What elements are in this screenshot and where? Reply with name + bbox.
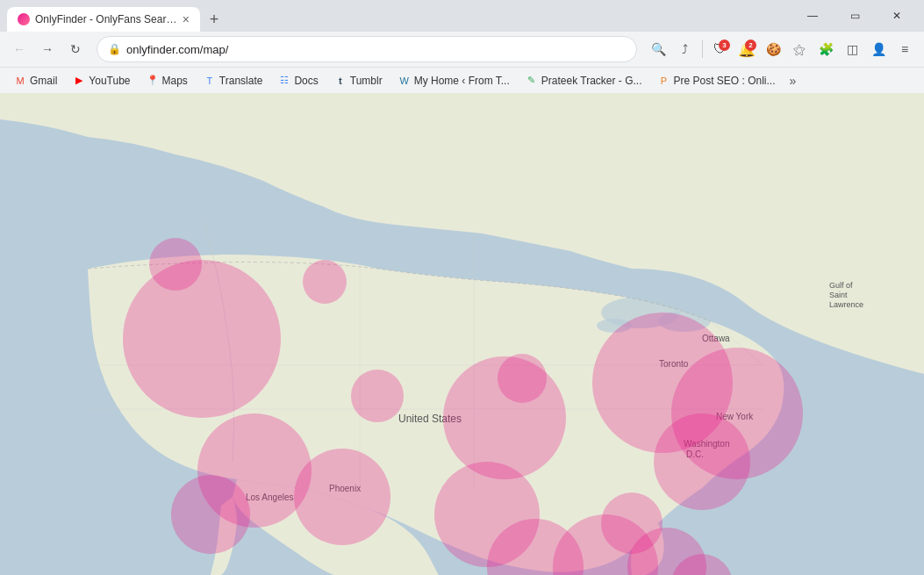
- lock-icon: 🔒: [108, 43, 121, 55]
- bookmark-tumblr-label: Tumblr: [350, 75, 383, 87]
- bookmark-prateek-label: Prateek Tracker - G...: [541, 75, 642, 87]
- bookmark-wordpress[interactable]: W My Home ‹ From T...: [391, 72, 517, 90]
- bookmark-youtube[interactable]: ▶ YouTube: [66, 72, 137, 90]
- youtube-icon: ▶: [73, 75, 85, 87]
- alert-icon[interactable]: 🔔 2: [734, 37, 759, 61]
- wordpress-icon: W: [398, 75, 411, 87]
- bookmark-tumblr[interactable]: t Tumblr: [327, 72, 390, 90]
- tab-area: OnlyFinder - OnlyFans Search Eng × +: [7, 0, 792, 32]
- prateek-icon: ✎: [526, 75, 538, 87]
- bookmark-docs-label: Docs: [294, 75, 318, 87]
- map-container[interactable]: United States Gulf of Mexico Mexico Mexi…: [0, 93, 924, 575]
- tab-title: OnlyFinder - OnlyFans Search Eng: [35, 13, 177, 25]
- prepost-icon: P: [657, 75, 670, 87]
- extension-icon[interactable]: ⚝: [787, 37, 812, 61]
- tumblr-icon: t: [334, 75, 347, 87]
- bookmark-maps[interactable]: 📍 Maps: [140, 72, 195, 90]
- toolbar: ← → ↻ 🔒 onlyfinder.com/map/ 🔍 ⤴ 🛡 3 🔔 2 …: [0, 32, 924, 67]
- docs-icon: ☷: [278, 75, 290, 87]
- bookmark-translate-label: Translate: [219, 75, 263, 87]
- bookmark-prepost[interactable]: P Pre Post SEO : Onli...: [650, 72, 782, 90]
- cookie-icon[interactable]: 🍪: [761, 37, 785, 61]
- search-icon[interactable]: 🔍: [646, 37, 670, 61]
- bookmark-prepost-label: Pre Post SEO : Onli...: [673, 75, 775, 87]
- split-view-icon[interactable]: ◫: [840, 37, 864, 61]
- bookmark-gmail-label: Gmail: [30, 75, 57, 87]
- menu-icon[interactable]: ≡: [892, 37, 917, 61]
- translate-icon: T: [204, 75, 216, 87]
- cluster-la-small: [171, 475, 250, 554]
- divider: [702, 40, 703, 58]
- address-text: onlyfinder.com/map/: [126, 43, 626, 56]
- window-controls: ― ▭ ✕: [792, 2, 917, 30]
- svg-text:Lawrence: Lawrence: [829, 300, 863, 309]
- maps-icon: 📍: [147, 75, 159, 87]
- active-tab[interactable]: OnlyFinder - OnlyFans Search Eng ×: [7, 7, 200, 32]
- title-bar: OnlyFinder - OnlyFans Search Eng × + ― ▭…: [0, 0, 924, 32]
- restore-button[interactable]: ▭: [834, 2, 875, 30]
- bookmark-docs[interactable]: ☷ Docs: [271, 72, 325, 90]
- more-bookmarks-button[interactable]: »: [784, 71, 802, 90]
- svg-text:Gulf of: Gulf of: [829, 281, 853, 290]
- puzzle-icon[interactable]: 🧩: [813, 37, 838, 61]
- toolbar-icons: 🔍 ⤴ 🛡 3 🔔 2 🍪 ⚝ 🧩 ◫ 👤 ≡: [646, 37, 917, 61]
- new-tab-button[interactable]: +: [202, 7, 226, 32]
- bookmark-gmail[interactable]: M Gmail: [7, 72, 64, 90]
- cluster-la-large: [123, 260, 281, 418]
- bookmarks-bar: M Gmail ▶ YouTube 📍 Maps T Translate ☷ D…: [0, 67, 924, 93]
- cluster-phoenix: [294, 449, 390, 545]
- close-button[interactable]: ✕: [877, 2, 917, 30]
- cluster-seattle: [149, 238, 202, 291]
- bookmark-maps-label: Maps: [162, 75, 188, 87]
- gmail-icon: M: [14, 75, 26, 87]
- bookmark-translate[interactable]: T Translate: [197, 72, 270, 90]
- cluster-denver: [351, 370, 404, 422]
- profile-icon[interactable]: 👤: [866, 37, 891, 61]
- back-button[interactable]: ←: [7, 37, 32, 61]
- share-icon[interactable]: ⤴: [672, 37, 697, 61]
- bookmark-youtube-label: YouTube: [89, 75, 130, 87]
- svg-text:Saint: Saint: [829, 291, 848, 299]
- reload-button[interactable]: ↻: [63, 37, 88, 61]
- tab-close-button[interactable]: ×: [183, 12, 190, 26]
- shield-icon[interactable]: 🛡 3: [708, 37, 733, 61]
- cluster-dc: [654, 413, 750, 510]
- bookmark-prateek[interactable]: ✎ Prateek Tracker - G...: [519, 72, 649, 90]
- minimize-button[interactable]: ―: [792, 2, 833, 30]
- cluster-sf: [498, 354, 547, 403]
- shield-badge: 3: [719, 40, 730, 51]
- address-bar[interactable]: 🔒 onlyfinder.com/map/: [97, 36, 637, 62]
- alert-badge: 2: [745, 40, 756, 51]
- bookmark-wordpress-label: My Home ‹ From T...: [414, 75, 510, 87]
- forward-button[interactable]: →: [35, 37, 60, 61]
- tab-favicon: [18, 13, 30, 25]
- cluster-pnw: [303, 260, 347, 304]
